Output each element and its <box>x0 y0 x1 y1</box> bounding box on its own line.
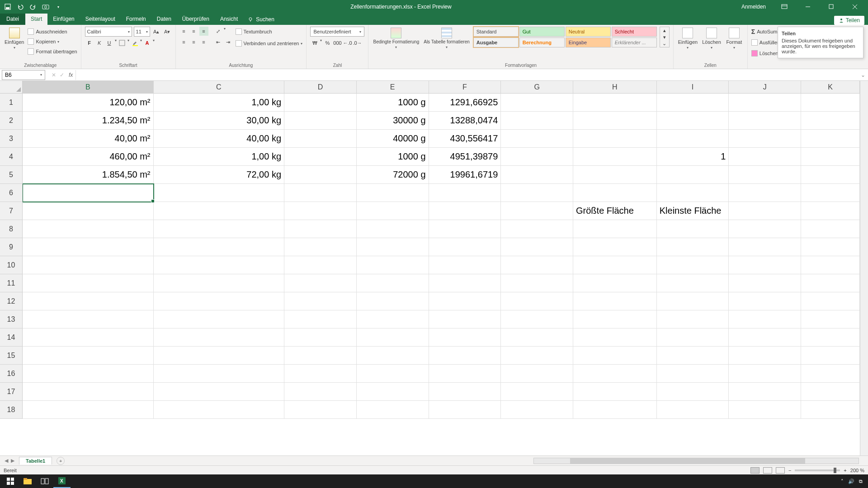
cell-K5[interactable] <box>801 166 860 184</box>
cell-I12[interactable] <box>657 292 729 310</box>
cell-J16[interactable] <box>729 365 801 383</box>
cell-B18[interactable] <box>23 401 154 419</box>
cell-B10[interactable] <box>23 256 154 274</box>
align-left-button[interactable]: ≡ <box>179 38 189 47</box>
align-middle-button[interactable]: ≡ <box>189 27 198 36</box>
cell-H8[interactable] <box>573 220 657 238</box>
cell-F2[interactable]: 13288,0474 <box>429 112 501 130</box>
cell-J1[interactable] <box>729 94 801 112</box>
cell-D1[interactable] <box>284 94 357 112</box>
italic-button[interactable]: K <box>95 38 104 47</box>
cell-K4[interactable] <box>801 148 860 166</box>
vertical-scrollbar[interactable] <box>860 81 868 455</box>
cell-H1[interactable] <box>573 94 657 112</box>
cell-I4[interactable]: 1 <box>657 148 729 166</box>
cell-H5[interactable] <box>573 166 657 184</box>
column-header-I[interactable]: I <box>657 81 729 94</box>
style-berechnung[interactable]: Berechnung <box>519 38 565 47</box>
cell-E3[interactable]: 40000 g <box>357 130 429 148</box>
column-header-E[interactable]: E <box>357 81 429 94</box>
column-header-B[interactable]: B <box>23 81 154 94</box>
cell-K2[interactable] <box>801 112 860 130</box>
cell-I16[interactable] <box>657 365 729 383</box>
cell-G7[interactable] <box>501 202 573 220</box>
cell-I9[interactable] <box>657 238 729 256</box>
zoom-level[interactable]: 200 % <box>850 468 864 473</box>
cell-C11[interactable] <box>154 274 285 292</box>
align-top-button[interactable]: ≡ <box>179 27 189 36</box>
ribbon-display-icon[interactable] <box>774 0 795 14</box>
minimize-button[interactable] <box>797 0 818 14</box>
redo-icon[interactable] <box>29 3 37 11</box>
cell-G15[interactable] <box>501 347 573 365</box>
cell-styles-gallery[interactable]: Standard Gut Neutral Schlecht Ausgabe Be… <box>473 27 657 47</box>
column-header-H[interactable]: H <box>573 81 657 94</box>
cell-D5[interactable] <box>284 166 357 184</box>
cell-D10[interactable] <box>284 256 357 274</box>
cell-I5[interactable] <box>657 166 729 184</box>
tray-volume-icon[interactable]: 🔊 <box>848 479 854 484</box>
cell-B17[interactable] <box>23 383 154 401</box>
column-header-G[interactable]: G <box>501 81 573 94</box>
cell-I10[interactable] <box>657 256 729 274</box>
conditional-formatting-button[interactable]: Bedingte Formatierung▾ <box>372 27 420 50</box>
cell-D3[interactable] <box>284 130 357 148</box>
cell-F13[interactable] <box>429 310 501 328</box>
cell-K1[interactable] <box>801 94 860 112</box>
cell-I15[interactable] <box>657 347 729 365</box>
close-button[interactable] <box>844 0 865 14</box>
row-header-11[interactable]: 11 <box>0 274 23 292</box>
enter-formula-icon[interactable]: ✓ <box>60 72 64 78</box>
row-header-6[interactable]: 6 <box>0 184 23 202</box>
save-icon[interactable] <box>4 3 12 11</box>
cell-C15[interactable] <box>154 347 285 365</box>
cell-J4[interactable] <box>729 148 801 166</box>
cell-K16[interactable] <box>801 365 860 383</box>
row-header-2[interactable]: 2 <box>0 112 23 130</box>
row-header-3[interactable]: 3 <box>0 130 23 148</box>
fill-color-button[interactable] <box>130 38 139 47</box>
bold-button[interactable]: F <box>85 38 94 47</box>
row-header-12[interactable]: 12 <box>0 292 23 310</box>
cell-B6[interactable] <box>23 184 154 202</box>
row-header-9[interactable]: 9 <box>0 238 23 256</box>
zoom-slider[interactable] <box>795 469 840 471</box>
cell-B13[interactable] <box>23 310 154 328</box>
cell-E5[interactable]: 72000 g <box>357 166 429 184</box>
cell-B9[interactable] <box>23 238 154 256</box>
wrap-text-button[interactable]: Textumbruch <box>236 27 303 37</box>
row-header-17[interactable]: 17 <box>0 383 23 401</box>
row-header-15[interactable]: 15 <box>0 347 23 365</box>
cell-E9[interactable] <box>357 238 429 256</box>
cell-J11[interactable] <box>729 274 801 292</box>
cell-E13[interactable] <box>357 310 429 328</box>
gallery-down-button[interactable]: ▾ <box>660 34 669 41</box>
row-header-13[interactable]: 13 <box>0 310 23 328</box>
cell-F16[interactable] <box>429 365 501 383</box>
gallery-up-button[interactable]: ▴ <box>660 27 669 34</box>
cell-F14[interactable] <box>429 328 501 347</box>
cell-D17[interactable] <box>284 383 357 401</box>
sheet-nav-prev-icon[interactable]: ◀ <box>5 458 8 464</box>
cell-F7[interactable] <box>429 202 501 220</box>
cell-H15[interactable] <box>573 347 657 365</box>
tab-einfügen[interactable]: Einfügen <box>47 14 80 25</box>
cell-G8[interactable] <box>501 220 573 238</box>
cell-I3[interactable] <box>657 130 729 148</box>
undo-icon[interactable] <box>16 3 24 11</box>
row-header-14[interactable]: 14 <box>0 328 23 347</box>
cell-F3[interactable]: 430,556417 <box>429 130 501 148</box>
tell-me-search[interactable]: Suchen <box>243 14 279 25</box>
cell-C1[interactable]: 1,00 kg <box>154 94 285 112</box>
cell-H13[interactable] <box>573 310 657 328</box>
cell-H7[interactable]: Größte Fläche <box>573 202 657 220</box>
cell-D7[interactable] <box>284 202 357 220</box>
formula-input[interactable] <box>75 70 858 80</box>
sign-in-link[interactable]: Anmelden <box>736 4 771 10</box>
cell-E16[interactable] <box>357 365 429 383</box>
style-neutral[interactable]: Neutral <box>566 27 611 37</box>
tab-file[interactable]: Datei <box>0 14 25 25</box>
gallery-more-button[interactable]: ⌄ <box>660 40 669 47</box>
cell-K11[interactable] <box>801 274 860 292</box>
cell-B4[interactable]: 460,00 m² <box>23 148 154 166</box>
